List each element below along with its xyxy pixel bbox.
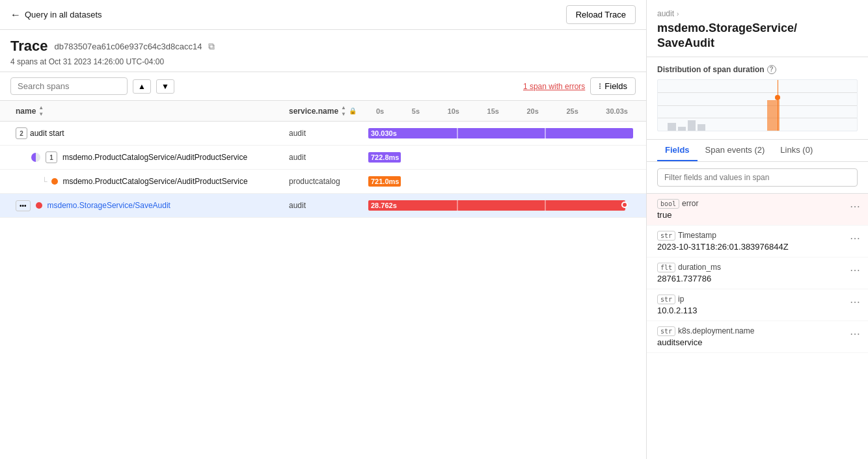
- field-type-badge: str: [657, 326, 675, 336]
- span-bar: 30.030s: [368, 128, 633, 138]
- right-panel: audit › msdemo.StorageService/ SaveAudit…: [647, 0, 868, 459]
- filter-row: [647, 162, 868, 194]
- service-cell: audit: [284, 150, 368, 164]
- hist-bar: [698, 124, 705, 130]
- lock-icon: 🔒: [349, 107, 357, 114]
- tick-15: 15s: [487, 107, 499, 115]
- chart-grid-line: [658, 105, 857, 106]
- span-row[interactable]: └ msdemo.ProductCatalogService/AuditProd…: [0, 170, 646, 194]
- hist-bar-active: [767, 100, 779, 131]
- dot-icon: [51, 178, 58, 185]
- col-service[interactable]: service.name ▲ ▼ 🔒: [284, 101, 368, 121]
- field-menu-button[interactable]: ⋯: [850, 296, 860, 308]
- rp-title: msdemo.StorageService/ SaveAudit: [657, 21, 858, 51]
- field-menu-button[interactable]: ⋯: [850, 232, 860, 244]
- field-item-ip: str ip 10.0.2.113 ⋯: [647, 289, 868, 321]
- tabs-row: Fields Span events (2) Links (0): [647, 140, 868, 162]
- tab-fields[interactable]: Fields: [657, 140, 698, 161]
- help-icon[interactable]: ?: [767, 65, 776, 74]
- time-ticks: 0s 5s 10s 15s 20s 25s 30.03s: [373, 107, 631, 115]
- breadcrumb-link[interactable]: audit: [657, 9, 674, 18]
- tab-links[interactable]: Links (0): [772, 140, 821, 161]
- field-value: 10.0.2.113: [657, 306, 858, 315]
- toolbar: ▲ ▼ 1 span with errors ⁝ Fields: [0, 72, 646, 101]
- hist-bar: [688, 120, 696, 131]
- field-type-badge: str: [657, 295, 675, 304]
- tick-5: 5s: [412, 107, 420, 115]
- table-header: name ▲ ▼ service.name ▲ ▼ 🔒 0s 5s 10s 15…: [0, 101, 646, 122]
- field-type-badge: str: [657, 231, 675, 241]
- field-item-timestamp: str Timestamp 2023-10-31T18:26:01.383976…: [647, 226, 868, 257]
- timeline-cell: 721.0ms: [368, 170, 636, 193]
- tick-0: 0s: [376, 107, 384, 115]
- back-button[interactable]: ← Query in all datasets: [10, 9, 102, 21]
- trace-id: db783507ea61c06e937c64c3d8cacc14: [55, 42, 202, 51]
- field-menu-button[interactable]: ⋯: [850, 200, 860, 213]
- timeline-cell: 30.030s: [368, 122, 636, 145]
- span-badge: 2: [16, 127, 27, 139]
- field-value: auditservice: [657, 337, 858, 347]
- service-cell: audit: [284, 198, 368, 213]
- bar-gap: [457, 128, 458, 138]
- fields-button[interactable]: ⁝ Fields: [590, 77, 636, 95]
- copy-icon[interactable]: ⧉: [208, 41, 215, 52]
- span-row-active[interactable]: ••• msdemo.StorageService/SaveAudit audi…: [0, 194, 646, 218]
- bar-container: 721.0ms: [368, 175, 636, 188]
- span-name: msdemo.ProductCatalogService/AuditProduc…: [63, 177, 248, 186]
- field-type-badge: bool: [657, 199, 679, 209]
- span-name-cell: 2 audit start: [10, 125, 284, 142]
- field-menu-button[interactable]: ⋯: [850, 264, 860, 276]
- span-badge: 1: [46, 151, 57, 163]
- breadcrumb-chevron: ›: [677, 10, 679, 18]
- span-name-cell: ••• msdemo.StorageService/SaveAudit: [10, 198, 284, 214]
- field-name: Timestamp: [678, 231, 716, 240]
- half-circle-icon: [31, 153, 40, 162]
- fields-icon: ⁝: [599, 81, 601, 91]
- span-row[interactable]: 1 msdemo.ProductCatalogService/AuditProd…: [0, 146, 646, 170]
- tab-span-events[interactable]: Span events (2): [698, 140, 773, 161]
- rp-title-line1: msdemo.StorageService/: [657, 21, 797, 34]
- top-bar: ← Query in all datasets Reload Trace: [0, 0, 646, 30]
- filter-fields-input[interactable]: [657, 168, 858, 187]
- span-name-link[interactable]: msdemo.StorageService/SaveAudit: [47, 201, 170, 210]
- span-bar: 722.8ms: [368, 152, 401, 163]
- end-dot: [621, 202, 628, 208]
- field-menu-button[interactable]: ⋯: [850, 328, 860, 340]
- bar-container: 722.8ms: [368, 151, 636, 164]
- span-bar-error: 28.762s: [368, 200, 625, 211]
- error-link[interactable]: 1 span with errors: [523, 82, 585, 91]
- field-value: true: [657, 210, 858, 220]
- span-name: msdemo.ProductCatalogService/AuditProduc…: [62, 153, 247, 162]
- sort-icon-service: ▲ ▼: [341, 105, 346, 117]
- field-name-row: flt duration_ms: [657, 263, 858, 272]
- col-timeline: 0s 5s 10s 15s 20s 25s 30.03s: [368, 101, 636, 121]
- more-button[interactable]: •••: [16, 200, 31, 211]
- prev-span-button[interactable]: ▲: [133, 79, 151, 94]
- chart-grid-line: [658, 92, 857, 93]
- fields-label: Fields: [604, 81, 627, 91]
- span-bar: 721.0ms: [368, 176, 401, 187]
- bar-container: 30.030s: [368, 127, 636, 140]
- field-name: duration_ms: [678, 263, 721, 272]
- field-name: k8s.deployment.name: [678, 326, 754, 335]
- back-label: Query in all datasets: [25, 10, 102, 20]
- field-item-error: bool error true ⋯: [647, 194, 868, 226]
- reload-trace-button[interactable]: Reload Trace: [566, 5, 636, 24]
- service-cell: productcatalog: [284, 174, 368, 189]
- field-type-badge: flt: [657, 263, 675, 272]
- col-service-label: service.name: [289, 107, 338, 116]
- tree-connector: └: [42, 177, 47, 186]
- dist-marker-dot: [775, 95, 780, 100]
- search-spans-input[interactable]: [10, 77, 128, 95]
- next-span-button[interactable]: ▼: [156, 79, 174, 94]
- field-name: ip: [678, 295, 684, 304]
- span-name-cell: 1 msdemo.ProductCatalogService/AuditProd…: [10, 149, 284, 166]
- field-name-row: str k8s.deployment.name: [657, 326, 858, 336]
- bar-gap: [457, 200, 458, 211]
- trace-header: Trace db783507ea61c06e937c64c3d8cacc14 ⧉…: [0, 30, 646, 72]
- field-name-row: str ip: [657, 295, 858, 304]
- trace-title: Trace: [10, 38, 48, 55]
- col-name[interactable]: name ▲ ▼: [10, 101, 284, 121]
- span-row[interactable]: 2 audit start audit 30.030s: [0, 122, 646, 146]
- tick-30: 30.03s: [606, 107, 628, 115]
